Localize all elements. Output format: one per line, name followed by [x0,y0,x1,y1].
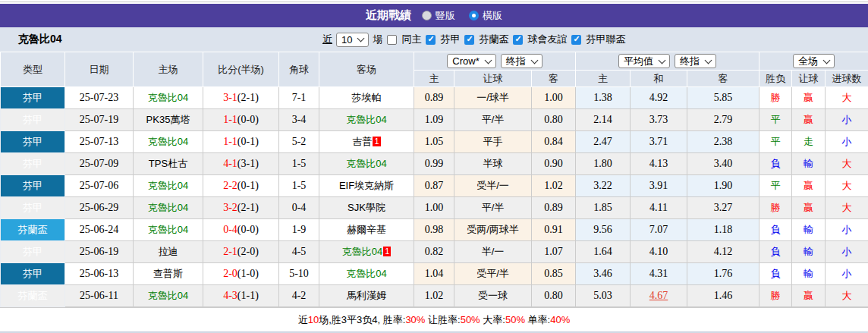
result-handicap: 贏 [792,109,826,131]
league-filter-checkbox-1[interactable] [426,35,436,45]
title-bar: 近期戰績 豎版 橫版 [0,4,868,27]
result-goals: 大 [826,197,868,219]
score-cell: 3-2(2-1) [203,197,279,219]
league-filter-checkbox-3[interactable] [513,35,523,45]
away-team[interactable]: 克魯比04 [319,263,414,285]
radio-checked-icon[interactable] [469,11,479,20]
subheader-odds-home: 主 [414,71,454,87]
avg-time-select[interactable]: 终指 [675,54,716,68]
result-handicap: 贏 [792,285,826,307]
summary-win-rate: 30% [405,314,425,325]
odds-time-select[interactable]: 终指 [501,54,542,68]
home-team[interactable]: 克魯比04 [134,285,203,307]
league-filter-checkbox-2[interactable] [464,35,474,45]
subheader-result-handicap: 让球 [792,71,826,87]
match-date: 25-07-19 [65,109,134,131]
away-team[interactable]: 吉普1 [319,131,414,153]
match-date: 25-06-11 [65,285,134,307]
score-cell: 1-1(0-0) [203,109,279,131]
away-team[interactable]: 克魯比041 [319,241,414,263]
league-filter-checkbox-4[interactable] [571,35,581,45]
corner-cell: 7-1 [279,87,319,109]
away-team[interactable]: 克魯比04 [319,109,414,131]
away-team[interactable]: EIF埃克納斯 [319,175,414,197]
avg-away-odds: 3.27 [687,197,760,219]
result-wdl: 勝 [760,197,792,219]
subheader-odds-handicap: 让球 [454,71,532,87]
summary-text: 大率: [480,313,505,327]
home-team[interactable]: PK35萬塔 [134,109,203,131]
league-type-cell: 芬甲 [1,175,65,197]
result-goals: 小 [826,241,868,263]
subheader-avg-away: 客 [687,71,760,87]
home-team[interactable]: 克魯比04 [134,219,203,241]
table-row: 芬甲 25-06-13 查普斯 2-0(1-0) 5-10 克魯比04 1.04… [1,263,868,285]
match-count-select[interactable]: 10 [336,33,369,47]
result-goals: 大 [826,87,868,109]
handicap-home-odds: 1.02 [414,285,454,307]
away-team[interactable]: SJK學院 [319,197,414,219]
corner-cell: 5-2 [279,131,319,153]
away-team[interactable]: 赫爾辛基 [319,219,414,241]
result-handicap: 輸 [792,219,826,241]
summary-big-rate: 50% [505,314,525,325]
corner-cell: 1-5 [279,175,319,197]
home-team[interactable]: 克魯比04 [134,87,203,109]
home-team[interactable]: TPS杜古 [134,153,203,175]
league-type-cell: 芬蘭盃 [1,219,65,241]
radio-unchecked-icon[interactable] [422,11,432,20]
avg-home-odds: 3.22 [576,175,631,197]
avg-draw-odds: 4.13 [631,153,687,175]
avg-home-odds: 1.80 [576,153,631,175]
home-team[interactable]: 查普斯 [134,263,203,285]
near-link[interactable]: 近 [322,33,332,46]
match-date: 25-06-19 [65,241,134,263]
result-handicap: 走 [792,131,826,153]
period-select[interactable]: 全场 [793,54,835,68]
avg-select[interactable]: 平均值 [618,54,670,68]
radio-vertical-label: 豎版 [436,9,455,23]
avg-home-odds: 1.38 [576,87,631,109]
same-home-checkbox[interactable] [387,35,397,45]
league-filter-label-2: 芬蘭盃 [479,33,508,46]
match-date: 25-06-24 [65,219,134,241]
league-type-cell: 芬蘭盃 [1,285,65,307]
avg-home-odds: 5.03 [576,285,631,307]
filter-bar: 克魯比04 近 10 場 同主 芬甲 芬蘭盃 球會友誼 芬甲聯盃 [0,27,868,52]
handicap-line: 平手 [454,131,532,153]
result-wdl: 平 [760,109,792,131]
odds-group-header: Crow* 终指 [414,52,576,71]
handicap-home-odds: 0.87 [414,175,454,197]
corner-cell: 5-10 [279,263,319,285]
away-team[interactable]: 莎埃帕 [319,87,414,109]
result-wdl: 負 [760,241,792,263]
table-row: 芬甲 25-07-09 TPS杜古 4-1(3-1) 1-5 克魯比04 0.9… [1,153,868,175]
corner-cell: 3-4 [279,109,319,131]
home-team[interactable]: 克魯比04 [134,175,203,197]
handicap-away-odds: 1.02 [532,175,576,197]
result-wdl: 負 [760,219,792,241]
home-team[interactable]: 克魯比04 [134,197,203,219]
chevron-down-icon [705,56,712,64]
radio-vertical-layout[interactable]: 豎版 [422,9,455,23]
corner-cell: 1-5 [279,153,319,175]
chevron-down-icon [357,35,365,42]
handicap-away-odds: 0.90 [532,153,576,175]
away-team[interactable]: 克魯比04 [319,153,414,175]
radio-horizontal-layout[interactable]: 橫版 [469,9,502,23]
avg-home-odds: 3.46 [576,263,631,285]
result-goals: 小 [826,219,868,241]
league-type-cell: 芬甲 [1,131,65,153]
home-team[interactable]: 拉迪 [134,241,203,263]
summary-single-rate: 40% [550,314,570,325]
home-team[interactable]: 克魯比04 [134,131,203,153]
away-team[interactable]: 馬利漢姆 [319,285,414,307]
same-home-label: 同主 [401,33,421,46]
avg-away-odds: 1.76 [687,263,760,285]
avg-away-odds: 5.85 [687,87,760,109]
header-score: 比分(半场) [203,52,279,87]
bookmaker-select[interactable]: Crow* [447,54,495,68]
result-handicap: 輸 [792,263,826,285]
handicap-line: 受平/半 [454,263,532,285]
match-date: 25-06-13 [65,263,134,285]
